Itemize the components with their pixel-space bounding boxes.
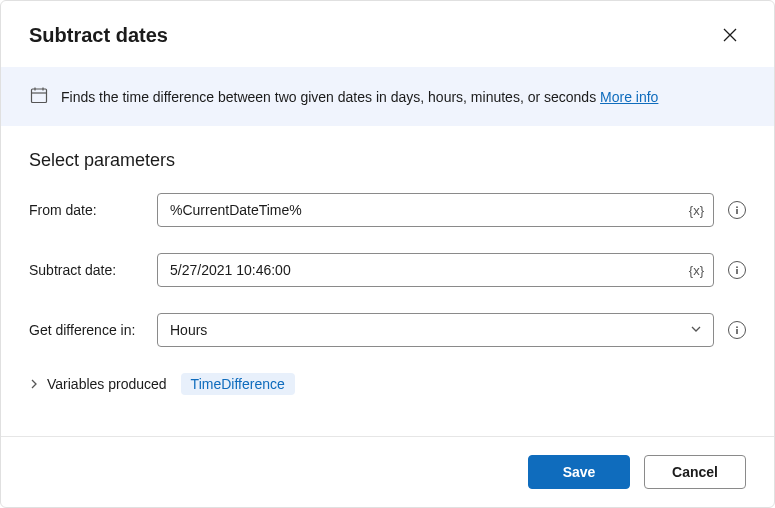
difference-in-value: Hours: [170, 322, 207, 338]
dialog-header: Subtract dates: [1, 1, 774, 67]
from-date-row: From date: {x}: [29, 193, 746, 227]
subtract-dates-dialog: Subtract dates Finds the time difference…: [0, 0, 775, 508]
from-date-label: From date:: [29, 202, 147, 218]
svg-rect-10: [736, 209, 738, 214]
variables-produced-label: Variables produced: [47, 376, 167, 392]
from-date-input[interactable]: [157, 193, 714, 227]
variable-token-icon[interactable]: {x}: [689, 263, 704, 278]
section-title: Select parameters: [29, 150, 746, 171]
subtract-date-row: Subtract date: {x}: [29, 253, 746, 287]
svg-rect-12: [736, 269, 738, 274]
difference-in-select-wrap: Hours: [157, 313, 714, 347]
variable-token-icon[interactable]: {x}: [689, 203, 704, 218]
svg-point-13: [736, 326, 738, 328]
dialog-title: Subtract dates: [29, 24, 168, 47]
svg-point-9: [736, 206, 738, 208]
close-button[interactable]: [714, 19, 746, 51]
subtract-date-input-wrap: {x}: [157, 253, 714, 287]
more-info-link[interactable]: More info: [600, 89, 658, 105]
banner-text: Finds the time difference between two gi…: [61, 89, 658, 105]
save-button[interactable]: Save: [528, 455, 630, 489]
dialog-footer: Save Cancel: [1, 436, 774, 507]
variables-produced-toggle[interactable]: Variables produced TimeDifference: [29, 373, 746, 395]
subtract-date-input[interactable]: [157, 253, 714, 287]
calendar-icon: [29, 85, 49, 108]
subtract-date-help[interactable]: [728, 261, 746, 279]
from-date-help[interactable]: [728, 201, 746, 219]
dialog-content: Select parameters From date: {x} Subtrac…: [1, 126, 774, 436]
difference-in-help[interactable]: [728, 321, 746, 339]
cancel-button[interactable]: Cancel: [644, 455, 746, 489]
svg-rect-0: [32, 89, 47, 103]
info-icon: [732, 325, 742, 335]
svg-point-11: [736, 266, 738, 268]
difference-in-label: Get difference in:: [29, 322, 147, 338]
difference-in-select[interactable]: Hours: [157, 313, 714, 347]
info-icon: [732, 205, 742, 215]
svg-rect-14: [736, 329, 738, 334]
from-date-input-wrap: {x}: [157, 193, 714, 227]
difference-in-row: Get difference in: Hours: [29, 313, 746, 347]
chevron-right-icon: [29, 376, 39, 392]
subtract-date-label: Subtract date:: [29, 262, 147, 278]
info-banner: Finds the time difference between two gi…: [1, 67, 774, 126]
close-icon: [723, 28, 737, 42]
info-icon: [732, 265, 742, 275]
variable-badge[interactable]: TimeDifference: [181, 373, 295, 395]
